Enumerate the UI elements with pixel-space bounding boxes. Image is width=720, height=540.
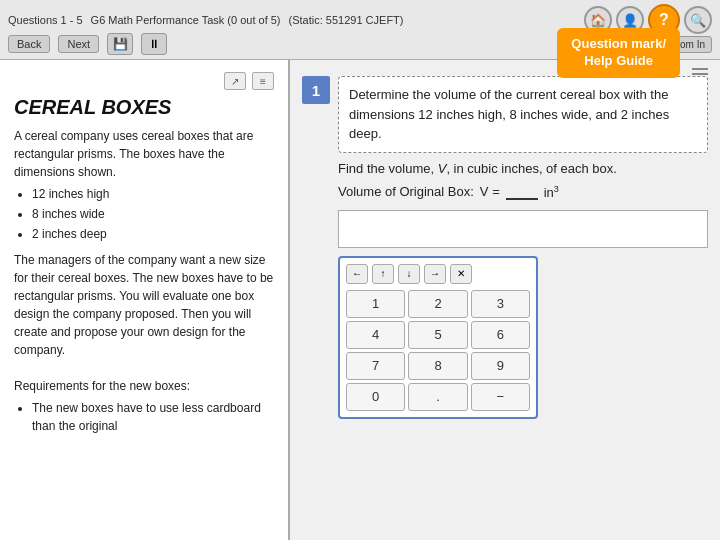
volume-label: Volume of Original Box: (338, 184, 474, 199)
intro-text: A cereal company uses cereal boxes that … (14, 127, 274, 181)
numpad-nav: ← ↑ ↓ → ✕ (346, 264, 530, 284)
requirements-header: Requirements for the new boxes: (14, 377, 274, 395)
menu-icon[interactable]: ≡ (252, 72, 274, 90)
next-button[interactable]: Next (58, 35, 99, 53)
numpad-key-2[interactable]: 2 (408, 290, 467, 318)
task-name: G6 Math Performance Task (0 out of 5) (91, 14, 281, 26)
dimension-item-1: 12 inches high (32, 185, 274, 203)
volume-var: V = (480, 184, 500, 199)
main-content: ↗ ≡ CEREAL BOXES A cereal company uses c… (0, 60, 720, 540)
numpad-key-decimal[interactable]: . (408, 383, 467, 411)
numpad-right[interactable]: → (424, 264, 446, 284)
toolbar: Questions 1 - 5 G6 Math Performance Task… (0, 0, 720, 60)
requirements-list: The new boxes have to use less cardboard… (32, 399, 274, 435)
numpad: ← ↑ ↓ → ✕ 1 2 3 4 5 6 7 8 (338, 256, 538, 419)
numpad-key-6[interactable]: 6 (471, 321, 530, 349)
question-area: 1 Determine the volume of the current ce… (302, 76, 708, 419)
right-panel: 1 Determine the volume of the current ce… (290, 60, 720, 540)
numpad-down[interactable]: ↓ (398, 264, 420, 284)
question-content: Determine the volume of the current cere… (338, 76, 708, 419)
question-number: 1 (302, 76, 330, 104)
question-text: Determine the volume of the current cere… (338, 76, 708, 153)
numpad-key-9[interactable]: 9 (471, 352, 530, 380)
numpad-key-5[interactable]: 5 (408, 321, 467, 349)
numpad-left[interactable]: ← (346, 264, 368, 284)
question-range: Questions 1 - 5 (8, 14, 83, 26)
dimension-item-3: 2 inches deep (32, 225, 274, 243)
volume-unit: in3 (544, 184, 559, 200)
toolbar-info: Questions 1 - 5 G6 Math Performance Task… (8, 14, 403, 26)
search-icon[interactable]: 🔍 (684, 6, 712, 34)
volume-blank[interactable] (506, 184, 538, 200)
numpad-key-3[interactable]: 3 (471, 290, 530, 318)
help-tooltip: Question mark/ Help Guide (557, 28, 680, 78)
numpad-key-0[interactable]: 0 (346, 383, 405, 411)
numpad-key-minus[interactable]: − (471, 383, 530, 411)
dimensions-list: 12 inches high 8 inches wide 2 inches de… (32, 185, 274, 243)
pause-button[interactable]: ⏸ (141, 33, 167, 55)
status-info: (Static: 551291 CJEFT) (289, 14, 404, 26)
find-volume-text: Find the volume, V, in cubic inches, of … (338, 161, 708, 176)
left-panel-header: ↗ ≡ (14, 72, 274, 90)
cereal-title: CEREAL BOXES (14, 96, 274, 119)
numpad-key-1[interactable]: 1 (346, 290, 405, 318)
answer-input[interactable] (338, 210, 708, 248)
numpad-up[interactable]: ↑ (372, 264, 394, 284)
back-button[interactable]: Back (8, 35, 50, 53)
numpad-key-8[interactable]: 8 (408, 352, 467, 380)
volume-input-row: Volume of Original Box: V = in3 (338, 184, 708, 200)
numpad-clear[interactable]: ✕ (450, 264, 472, 284)
numpad-key-4[interactable]: 4 (346, 321, 405, 349)
save-button[interactable]: 💾 (107, 33, 133, 55)
numpad-key-7[interactable]: 7 (346, 352, 405, 380)
paragraph2: The managers of the company want a new s… (14, 251, 274, 359)
requirement-item-1: The new boxes have to use less cardboard… (32, 399, 274, 435)
left-panel: ↗ ≡ CEREAL BOXES A cereal company uses c… (0, 60, 290, 540)
dimension-item-2: 8 inches wide (32, 205, 274, 223)
numpad-grid: 1 2 3 4 5 6 7 8 9 0 . − (346, 290, 530, 411)
expand-icon[interactable]: ↗ (224, 72, 246, 90)
